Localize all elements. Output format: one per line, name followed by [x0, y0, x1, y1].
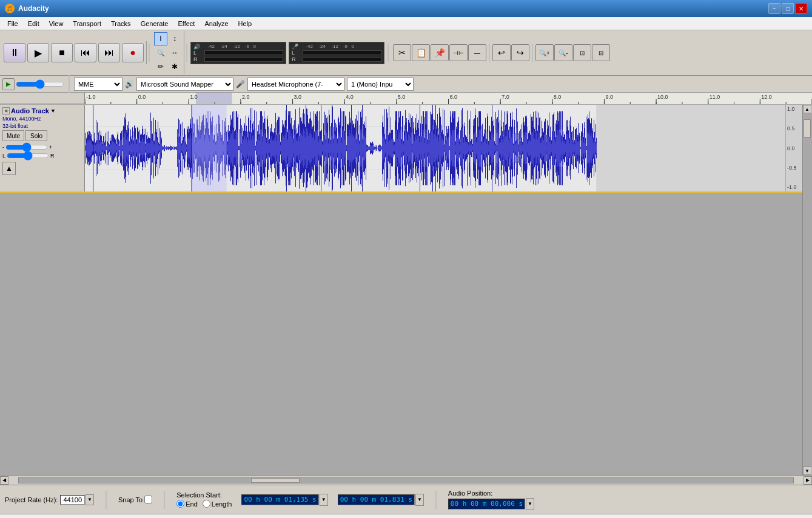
sel-end-dropdown[interactable]: ▼ — [415, 494, 424, 506]
mute-button[interactable]: Mute — [2, 130, 24, 141]
zoom-in-button[interactable]: 🔍+ — [535, 44, 554, 61]
minimize-button[interactable]: − — [768, 3, 780, 14]
audio-pos-label: Audio Position: — [448, 490, 534, 497]
speed-slider[interactable] — [16, 81, 64, 88]
track-container: ✕ Audio Track ▼ Mono, 44100Hz 32-bit flo… — [0, 105, 802, 475]
stop-button[interactable]: ■ — [51, 43, 73, 62]
vertical-scrollbar[interactable]: ▲ ▼ — [802, 105, 812, 475]
gain-slider[interactable] — [5, 144, 48, 151]
ruler-container — [0, 93, 812, 105]
pause-button[interactable]: ⏸ — [4, 43, 25, 62]
sel-end-time-display: 00 h 00 m 01,831 s — [338, 494, 415, 505]
waveform-canvas — [85, 105, 785, 191]
scroll-right-button[interactable]: ▶ — [804, 476, 812, 485]
horizontal-scrollbar[interactable]: ◀ ▶ — [0, 475, 812, 485]
host-select[interactable]: MME — [74, 78, 122, 91]
zoom-fit-button[interactable]: ⊡ — [573, 44, 591, 61]
trim-button[interactable]: ⊣⊢ — [449, 44, 468, 61]
undo-button[interactable]: ↩ — [492, 44, 511, 61]
ruler — [85, 93, 812, 104]
separator-6 — [69, 75, 70, 93]
menu-analyze[interactable]: Analyze — [200, 19, 233, 28]
snap-to-checkbox[interactable] — [144, 496, 152, 503]
selection-tool[interactable]: I — [154, 32, 167, 45]
project-rate-value: 44100 — [60, 495, 85, 505]
audio-pos-display: 00 h 00 m 00,000 s — [448, 499, 525, 510]
zoom-tool[interactable]: 🔍 — [154, 46, 167, 59]
separator-b1 — [106, 491, 107, 509]
record-device-select[interactable]: Headset Microphone (7- — [247, 78, 344, 91]
play-button[interactable]: ▶ — [27, 43, 49, 62]
draw-tool[interactable]: ✏ — [154, 60, 167, 73]
solo-button[interactable]: Solo — [25, 130, 47, 141]
project-rate-dropdown[interactable]: ▼ — [86, 494, 94, 505]
skip-start-button[interactable]: ⏮ — [75, 43, 96, 62]
separator-2 — [186, 44, 187, 62]
menu-edit[interactable]: Edit — [23, 19, 44, 28]
timeshift-tool[interactable]: ↔ — [168, 46, 181, 59]
menu-view[interactable]: View — [44, 19, 69, 28]
edit-toolbar: ✂ 📋 📌 ⊣⊢ — ↩ ↪ 🔍+ 🔍- ⊡ ⊟ — [391, 42, 612, 63]
scroll-thumb[interactable] — [804, 119, 811, 138]
zoom-sel-button[interactable]: ⊟ — [592, 44, 610, 61]
playback-device-select[interactable]: Microsoft Sound Mapper — [136, 78, 233, 91]
pan-left-label: L — [2, 153, 5, 159]
silence-button[interactable]: — — [468, 44, 486, 61]
menu-effect[interactable]: Effect — [173, 19, 200, 28]
audio-pos-dropdown[interactable]: ▼ — [526, 498, 534, 510]
scroll-up-button[interactable]: ▲ — [803, 105, 811, 113]
main-content: ✕ Audio Track ▼ Mono, 44100Hz 32-bit flo… — [0, 105, 812, 475]
track-dropdown-arrow[interactable]: ▼ — [50, 108, 56, 114]
end-radio[interactable] — [176, 500, 184, 508]
menu-help[interactable]: Help — [233, 19, 257, 28]
gain-row: - + — [2, 144, 82, 151]
separator-1 — [149, 44, 150, 62]
playback-vu-section: 🔊 -42 -24 -12 -6 0 L R — [190, 42, 286, 64]
separator-3 — [388, 44, 389, 62]
record-button[interactable]: ● — [122, 43, 144, 62]
paste-button[interactable]: 📌 — [431, 44, 449, 61]
zoom-out-button[interactable]: 🔍- — [554, 44, 572, 61]
audio-pos-section: Audio Position: 00 h 00 m 00,000 s ▼ — [448, 490, 534, 510]
pan-slider[interactable] — [7, 152, 49, 159]
channels-select[interactable]: 1 (Mono) Inpu — [347, 78, 414, 91]
menu-generate[interactable]: Generate — [136, 19, 173, 28]
project-rate-label: Project Rate (Hz): — [5, 496, 58, 503]
y-label-zero: 0.0 — [787, 145, 801, 151]
track-collapse-button[interactable]: ▲ — [2, 162, 16, 175]
app-title: Audacity — [18, 4, 49, 13]
pan-row: L R — [2, 152, 82, 159]
scroll-down-button[interactable]: ▼ — [803, 467, 811, 475]
track-waveform: 1.0 0.5 0.0 -0.5 -1.0 — [85, 105, 802, 191]
track-info-mono: Mono, 44100Hz — [2, 116, 82, 122]
status-bar: Disk space remains for recording 7 hours… — [0, 514, 812, 518]
copy-button[interactable]: 📋 — [412, 44, 430, 61]
menu-tracks[interactable]: Tracks — [106, 19, 136, 28]
empty-track-area — [0, 193, 802, 475]
skip-end-button[interactable]: ⏭ — [98, 43, 120, 62]
redo-button[interactable]: ↪ — [511, 44, 529, 61]
transport-section: ⏸ ▶ ■ ⏮ ⏭ ● — [1, 41, 147, 64]
play-speed-section: ▶ — [2, 78, 64, 90]
menu-file[interactable]: File — [2, 19, 23, 28]
close-button[interactable]: ✕ — [795, 3, 807, 14]
audio-track: ✕ Audio Track ▼ Mono, 44100Hz 32-bit flo… — [0, 105, 802, 193]
h-scroll-thumb[interactable] — [251, 478, 300, 483]
gain-plus-label: + — [49, 144, 52, 150]
play-speed-button[interactable]: ▶ — [2, 78, 15, 90]
sel-start-time-section: 00 h 00 m 01,135 s ▼ — [241, 494, 327, 506]
cut-button[interactable]: ✂ — [393, 44, 411, 61]
menu-transport[interactable]: Transport — [68, 19, 106, 28]
h-scroll-track — [18, 477, 794, 483]
envelope-tool[interactable]: ↕ — [168, 32, 181, 45]
track-close-button[interactable]: ✕ — [2, 107, 10, 115]
record-device-icon: 🎤 — [236, 80, 245, 88]
ruler-spacer — [0, 93, 85, 104]
gain-minus-label: - — [2, 144, 4, 150]
length-radio[interactable] — [203, 500, 210, 508]
sel-start-dropdown[interactable]: ▼ — [320, 494, 328, 506]
scroll-left-button[interactable]: ◀ — [0, 476, 8, 485]
multi-tool[interactable]: ✱ — [168, 60, 181, 73]
snap-to-section: Snap To — [118, 496, 152, 503]
maximize-button[interactable]: □ — [782, 3, 794, 14]
